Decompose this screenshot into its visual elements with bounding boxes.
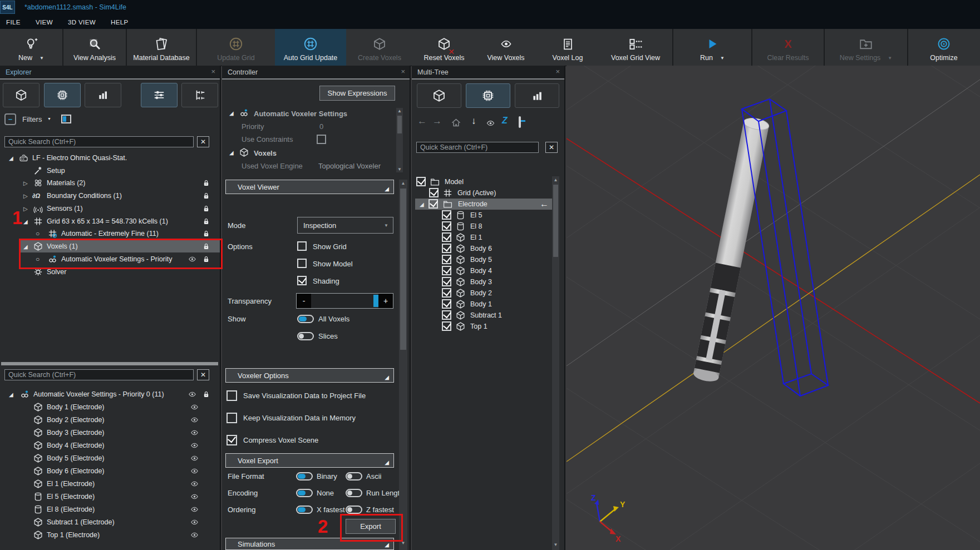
compress-voxel-scene-checkbox[interactable] bbox=[226, 435, 237, 445]
explorer-view-tree-button[interactable] bbox=[181, 83, 218, 107]
eye-icon[interactable] bbox=[484, 119, 497, 127]
all-voxels-toggle[interactable] bbox=[297, 315, 314, 323]
eye-icon[interactable] bbox=[189, 454, 200, 462]
priority-value[interactable]: 0 bbox=[319, 122, 323, 131]
multitree-item-subtract1[interactable]: Subtract 1 bbox=[412, 310, 564, 321]
collapse-minus-icon[interactable] bbox=[519, 116, 521, 128]
multitree-analysis-view-button[interactable] bbox=[515, 83, 559, 108]
eye-icon[interactable] bbox=[189, 403, 200, 411]
multitree-simulation-view-button[interactable] bbox=[466, 83, 510, 108]
slices-toggle[interactable] bbox=[297, 332, 314, 340]
visibility-checkbox[interactable] bbox=[442, 321, 451, 331]
none-toggle[interactable] bbox=[296, 489, 313, 497]
menu-3d-view[interactable]: 3D VIEW bbox=[68, 19, 96, 26]
transparency-slider[interactable]: - + bbox=[296, 293, 393, 309]
shading-checkbox[interactable] bbox=[297, 276, 307, 285]
eye-icon[interactable] bbox=[189, 493, 200, 501]
visibility-checkbox[interactable] bbox=[442, 221, 451, 231]
scroll-up-icon[interactable]: ▲ bbox=[399, 181, 407, 186]
visibility-checkbox[interactable] bbox=[429, 188, 439, 197]
voxel-log-button[interactable]: Voxel Log bbox=[536, 29, 599, 66]
multitree-item-body1[interactable]: Body 1 bbox=[412, 299, 564, 310]
visibility-checkbox[interactable] bbox=[442, 310, 451, 320]
panel-split-icon[interactable] bbox=[61, 115, 71, 123]
settings-item-el1[interactable]: El 1 (Electrode) bbox=[0, 477, 220, 490]
explorer-view-simulation-button[interactable] bbox=[44, 83, 81, 107]
z-sort-icon[interactable]: Z bbox=[502, 116, 508, 126]
eye-icon[interactable] bbox=[189, 518, 200, 526]
save-visualization-checkbox[interactable] bbox=[226, 390, 237, 401]
multitree-scrollbar[interactable]: ▲ ▼ bbox=[552, 176, 559, 550]
multitree-item-body2[interactable]: Body 2 bbox=[412, 288, 564, 299]
panel-splitter[interactable] bbox=[1, 362, 218, 365]
run-button[interactable]: Run▼ bbox=[673, 29, 751, 66]
settings-item-el8[interactable]: El 8 (Electrode) bbox=[0, 503, 220, 516]
ascii-toggle[interactable] bbox=[346, 472, 362, 480]
settings-item-body2[interactable]: Body 2 (Electrode) bbox=[0, 413, 220, 426]
visibility-checkbox[interactable] bbox=[442, 232, 451, 242]
multitree-item-electrode[interactable]: ◢ Electrode ← bbox=[412, 199, 564, 210]
settings-item-body4[interactable]: Body 4 (Electrode) bbox=[0, 439, 220, 452]
x-fastest-toggle[interactable] bbox=[296, 506, 313, 514]
slider-minus-button[interactable]: - bbox=[297, 294, 311, 308]
filters-dropdown[interactable]: Filters bbox=[22, 115, 42, 123]
expander-icon[interactable]: ▷ bbox=[23, 205, 28, 211]
viewport-3d[interactable]: Z Y X bbox=[567, 66, 980, 550]
engine-value[interactable]: Topological Voxeler bbox=[318, 162, 381, 170]
scroll-thumb[interactable] bbox=[397, 116, 402, 133]
menu-view[interactable]: VIEW bbox=[36, 19, 53, 26]
explorer-item-materials[interactable]: ▷ Materials (2) bbox=[0, 176, 220, 189]
voxel-viewer-section-header[interactable]: Voxel Viewer ◢ bbox=[225, 180, 394, 194]
material-database-button[interactable]: Material Database bbox=[127, 29, 196, 66]
eye-icon[interactable] bbox=[189, 480, 200, 488]
multitree-model-view-button[interactable] bbox=[417, 83, 461, 108]
use-constraints-checkbox[interactable] bbox=[317, 135, 326, 144]
menu-file[interactable]: FILE bbox=[6, 19, 21, 26]
forward-arrow-icon[interactable]: → bbox=[432, 116, 442, 127]
explorer-view-settings-button[interactable] bbox=[141, 83, 178, 107]
expander-icon[interactable]: ▷ bbox=[23, 192, 28, 199]
chevron-down-icon[interactable]: ▼ bbox=[47, 117, 51, 121]
chevron-down-icon[interactable]: ▼ bbox=[720, 56, 725, 61]
expander-icon[interactable]: ◢ bbox=[9, 391, 13, 397]
eye-icon[interactable] bbox=[189, 442, 200, 449]
multitree-item-body4[interactable]: Body 4 bbox=[412, 265, 564, 276]
settings-item-el5[interactable]: El 5 (Electrode) bbox=[0, 490, 220, 503]
eye-icon[interactable] bbox=[189, 416, 200, 424]
close-icon[interactable]: × bbox=[555, 67, 560, 76]
group-scrollbar[interactable]: ▲ ▼ bbox=[396, 108, 403, 172]
close-icon[interactable]: × bbox=[211, 67, 215, 76]
voxel-export-section-header[interactable]: Voxel Export ◢ bbox=[225, 453, 394, 468]
close-icon[interactable]: × bbox=[401, 67, 405, 76]
explorer-item-sensors[interactable]: ▷ Sensors (1) bbox=[0, 202, 220, 215]
settings-item-top1[interactable]: Top 1 (Electrode) bbox=[0, 528, 220, 541]
expander-icon[interactable]: ◢ bbox=[9, 155, 13, 161]
scroll-up-icon[interactable]: ▲ bbox=[552, 177, 559, 182]
visibility-checkbox[interactable] bbox=[442, 299, 451, 309]
show-grid-checkbox[interactable] bbox=[297, 241, 307, 251]
chevron-down-icon[interactable]: ▼ bbox=[40, 56, 44, 61]
visibility-checkbox[interactable] bbox=[442, 210, 451, 220]
binary-toggle[interactable] bbox=[296, 472, 313, 480]
reset-voxels-button[interactable]: ✕ Reset Voxels bbox=[413, 29, 475, 66]
multitree-item-body6[interactable]: Body 6 bbox=[412, 243, 564, 254]
menu-help[interactable]: HELP bbox=[111, 19, 129, 26]
eye-icon[interactable] bbox=[189, 429, 200, 437]
visibility-checkbox[interactable] bbox=[442, 277, 451, 286]
radio-icon[interactable]: ○ bbox=[36, 230, 40, 237]
explorer-view-model-button[interactable] bbox=[3, 83, 40, 107]
scroll-thumb[interactable] bbox=[553, 185, 558, 257]
show-expressions-button[interactable]: Show Expressions bbox=[319, 86, 395, 101]
slider-plus-button[interactable]: + bbox=[378, 294, 393, 308]
scroll-down-icon[interactable]: ▼ bbox=[396, 167, 403, 172]
multitree-item-el1[interactable]: El 1 bbox=[412, 232, 564, 243]
visibility-checkbox[interactable] bbox=[416, 177, 426, 186]
visibility-checkbox[interactable] bbox=[442, 288, 451, 298]
show-model-checkbox[interactable] bbox=[297, 259, 307, 268]
home-icon[interactable] bbox=[451, 117, 461, 128]
down-arrow-icon[interactable]: ↓ bbox=[471, 116, 476, 127]
settings-item-voxeler[interactable]: ◢ Automatic Voxeler Settings - Priority … bbox=[0, 388, 220, 400]
new-button[interactable]: New▼ bbox=[0, 29, 62, 66]
explorer-view-analysis-button[interactable] bbox=[85, 83, 121, 107]
run-length-toggle[interactable] bbox=[346, 489, 362, 497]
